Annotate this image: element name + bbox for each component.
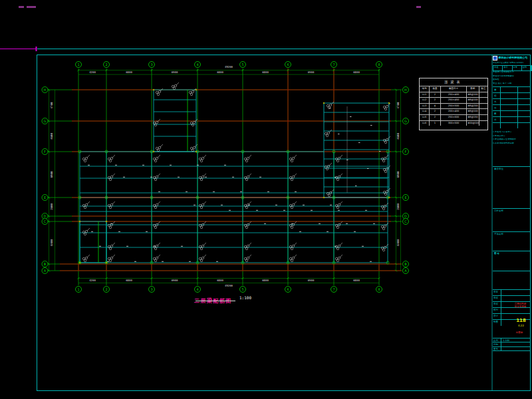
grid-bubbles: 1122334455667788HHGGFFEEDDCCBBAA — [42, 62, 409, 293]
box-label: 工程名称 — [493, 209, 532, 212]
schedule-cell: Φ8@150 — [467, 114, 479, 120]
company-row: 建筑设计研究院有限公司 — [493, 56, 531, 61]
schedule-cell: 250×600 — [441, 114, 467, 120]
svg-text:5: 5 — [241, 287, 243, 291]
sign-cell — [518, 92, 531, 98]
scale-label: 1:100 — [239, 295, 251, 300]
title-block: 建筑设计研究院有限公司工程设计证书甲级 编号A1320045批准审定工号图别本图… — [493, 55, 531, 391]
svg-text:G: G — [404, 119, 407, 123]
section-symbols — [82, 82, 390, 262]
svg-text:D: D — [44, 214, 47, 218]
svg-text:4600: 4600 — [396, 133, 400, 140]
svg-text:4200: 4200 — [89, 70, 96, 74]
schedule-cell — [479, 103, 487, 109]
svg-text:B: B — [44, 262, 47, 266]
floor-plan-drawing: 4200420068006800690069006800680068006800… — [0, 0, 532, 399]
sign-cell: 结 — [493, 92, 501, 98]
sheet-date: 4.22 — [513, 325, 529, 328]
titleblock-bottom-line — [493, 350, 531, 351]
sheet-number: 118 — [513, 318, 529, 323]
svg-text:2: 2 — [105, 287, 107, 291]
schedule-cell — [479, 114, 487, 120]
schedule-cell: 250×400 — [441, 92, 467, 98]
title-underline — [196, 301, 235, 301]
sign-cell — [501, 98, 518, 104]
schedule-cell: 250×500 — [441, 103, 467, 109]
svg-text:A: A — [44, 269, 47, 273]
svg-text:6400: 6400 — [396, 239, 400, 246]
svg-text:6400: 6400 — [50, 239, 53, 246]
note-line: 2.标高以米计 — [493, 135, 531, 138]
svg-text:4200: 4200 — [89, 279, 96, 282]
box-label: 子项名称 — [493, 233, 532, 235]
sign-grid: 建结水电暖总 — [493, 86, 531, 128]
company-name: 建筑设计研究院有限公司 — [498, 56, 527, 59]
svg-text:3: 3 — [150, 63, 152, 66]
svg-text:7: 7 — [332, 287, 334, 291]
sign-cell — [501, 92, 518, 98]
info-line: 本图设计文件版权所有 — [493, 71, 531, 74]
sign-cell — [518, 122, 531, 128]
svg-text:5: 5 — [241, 63, 243, 66]
svg-text:6: 6 — [287, 63, 289, 66]
svg-text:3: 3 — [150, 287, 152, 291]
schedule-cell: 2 — [430, 97, 440, 103]
schedule-cell: Φ8@100 — [467, 108, 479, 114]
schedule-cell: 250×450 — [441, 97, 467, 103]
svg-text:E: E — [44, 196, 46, 200]
svg-text:6900: 6900 — [396, 171, 400, 178]
box-label: 建设单位 — [493, 168, 532, 170]
sign-cell — [501, 122, 518, 128]
schedule-cell: 2 — [430, 114, 440, 120]
schedule-cell: LL2 — [420, 97, 430, 103]
sign-cell: 暖 — [493, 110, 501, 116]
axis-red-lines — [60, 68, 402, 271]
svg-text:4: 4 — [196, 287, 198, 291]
plot-mark — [19, 6, 24, 8]
svg-text:D: D — [404, 214, 407, 218]
svg-text:1: 1 — [77, 63, 79, 66]
svg-text:G: G — [44, 119, 47, 123]
sign-cell: 水 — [493, 98, 501, 104]
svg-text:F: F — [405, 150, 407, 154]
svg-text:H: H — [44, 88, 47, 92]
svg-text:2: 2 — [105, 63, 107, 66]
schedule-cell — [479, 97, 487, 103]
axis-grid — [48, 68, 402, 285]
note-line: 4.其余详见结构总说明 — [493, 142, 531, 145]
schedule-cell: 2 — [430, 108, 440, 114]
svg-text:4: 4 — [196, 63, 198, 66]
schedule-cell: 200×400 — [441, 108, 467, 114]
schedule-header-cell: 数量 — [430, 86, 440, 92]
box-divider — [493, 271, 531, 271]
red-stamp-text: 注册结构师执业专用章 — [511, 303, 530, 308]
info-line: 未经许可不得复制翻印 — [493, 75, 531, 78]
schedule-cell — [479, 120, 487, 126]
sign-cell — [501, 86, 518, 92]
schedule-cell: Φ8@200 — [467, 103, 479, 109]
cert-line: 工程设计证书甲级 编号A1320045 — [493, 62, 531, 64]
info-line: 会签栏 — [493, 78, 531, 81]
svg-text:1: 1 — [77, 287, 79, 291]
cad-canvas[interactable]: 4200420068006800690069006800680068006800… — [0, 0, 532, 399]
schedule-cell: Φ8@100 — [467, 92, 479, 98]
svg-text:45200: 45200 — [225, 65, 233, 68]
svg-text:6900: 6900 — [172, 279, 178, 282]
red-label: 出图章 — [509, 331, 529, 334]
schedule-header-cell: 截面尺寸 — [441, 86, 467, 92]
info-line: 专业 姓名 签字 日期 — [493, 82, 531, 85]
schedule-cell: Φ8@100 — [467, 97, 479, 103]
schedule-cell: 2 — [430, 92, 440, 98]
header-cell: 工号 — [513, 66, 522, 70]
sign-cell — [501, 104, 518, 110]
schedule-cell: Φ10@100 — [467, 120, 479, 126]
sign-cell — [518, 98, 531, 104]
header-cell: 审定 — [503, 66, 512, 70]
sign-cell — [518, 86, 531, 92]
svg-text:6900: 6900 — [308, 279, 315, 282]
schedule-header-cell: 配筋 — [467, 86, 479, 92]
svg-text:2800: 2800 — [396, 203, 400, 210]
sign-cell: 建 — [493, 86, 501, 92]
sign-cell — [501, 110, 518, 116]
header-cell: 图别 — [522, 66, 531, 70]
